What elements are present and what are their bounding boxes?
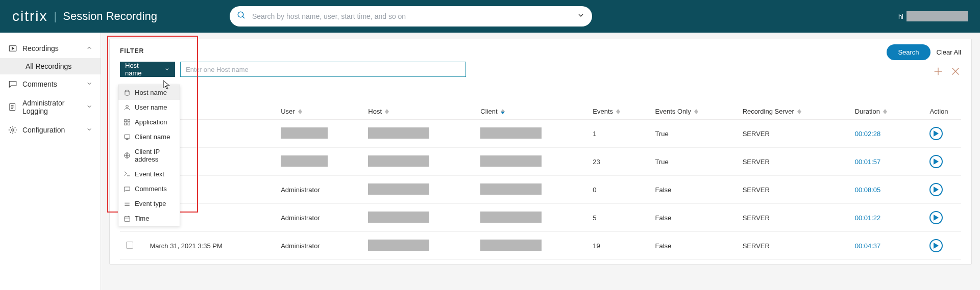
- play-button[interactable]: [929, 155, 943, 168]
- duration-link[interactable]: 00:04:37: [855, 242, 881, 250]
- dropdown-item-host-name[interactable]: Host name: [118, 85, 180, 100]
- citrix-logo: citrix: [12, 8, 48, 24]
- play-button[interactable]: [929, 211, 943, 224]
- svg-rect-35: [128, 119, 130, 121]
- col-user[interactable]: User: [275, 103, 362, 120]
- dropdown-item-time[interactable]: Time: [118, 211, 180, 226]
- chevron-down-icon[interactable]: [577, 11, 585, 21]
- dropdown-item-event-text[interactable]: Event text: [118, 167, 180, 181]
- global-search[interactable]: [230, 6, 592, 27]
- user-name-icon: [124, 104, 131, 111]
- play-button[interactable]: [929, 239, 943, 252]
- col-host[interactable]: Host: [362, 103, 474, 120]
- svg-point-0: [238, 12, 243, 17]
- dropdown-item-user-name[interactable]: User name: [118, 100, 180, 115]
- filter-panel: FILTER Host name Search Clear All: [109, 39, 972, 265]
- dropdown-item-event-type[interactable]: Event type: [118, 196, 180, 211]
- table-row[interactable]: MAdministrator0FalseSERVER00:08:05: [120, 176, 961, 204]
- filter-actions: Search Clear All: [887, 44, 961, 60]
- duration-link[interactable]: 00:02:28: [855, 130, 881, 138]
- redacted: [368, 240, 429, 251]
- svg-point-8: [12, 129, 14, 131]
- svg-rect-36: [125, 123, 127, 125]
- sidebar-item-comments[interactable]: Comments: [0, 74, 101, 94]
- table-row[interactable]: 23TrueSERVER00:01:57: [120, 148, 961, 176]
- sidebar-item-label: Administrator Logging: [22, 99, 81, 115]
- duration-link[interactable]: 00:01:22: [855, 214, 881, 222]
- redacted: [368, 127, 429, 139]
- admin-logging-icon: [8, 102, 17, 112]
- filter-title: FILTER: [120, 47, 961, 55]
- greeting-text: hi: [898, 13, 903, 20]
- filter-field-select[interactable]: Host name: [120, 62, 175, 77]
- row-checkbox[interactable]: [126, 242, 133, 249]
- filter-dropdown: Host nameUser nameApplicationClient name…: [118, 85, 180, 226]
- filter-selected-label: Host name: [125, 62, 155, 77]
- gear-icon: [8, 125, 17, 135]
- logo-divider: |: [54, 10, 57, 23]
- svg-rect-37: [128, 123, 130, 125]
- search-button[interactable]: Search: [887, 44, 930, 60]
- search-input[interactable]: [252, 12, 571, 20]
- dropdown-item-comments[interactable]: Comments: [118, 181, 180, 196]
- sidebar-item-label: Comments: [22, 80, 57, 88]
- duration-link[interactable]: 00:01:57: [855, 158, 881, 166]
- col-events[interactable]: Events: [586, 103, 649, 120]
- client-ip-address-icon: [124, 152, 131, 159]
- sidebar-item-label: Configuration: [22, 126, 65, 134]
- svg-marker-31: [934, 243, 939, 249]
- sidebar-item-all-recordings[interactable]: All Recordings: [0, 58, 101, 74]
- clear-all-button[interactable]: Clear All: [937, 48, 961, 56]
- col-events-only[interactable]: Events Only: [649, 103, 737, 120]
- svg-marker-16: [385, 112, 389, 114]
- svg-marker-22: [694, 112, 698, 114]
- redacted: [480, 240, 542, 251]
- close-filter-button[interactable]: [950, 66, 961, 77]
- col-action: Action: [923, 103, 961, 120]
- redacted: [480, 212, 542, 223]
- dropdown-item-client-name[interactable]: Client name: [118, 129, 180, 144]
- redacted: [281, 155, 328, 167]
- sidebar-item-configuration[interactable]: Configuration: [0, 120, 101, 140]
- play-button[interactable]: [929, 183, 943, 196]
- svg-marker-20: [616, 112, 620, 114]
- redacted: [480, 183, 542, 195]
- svg-point-33: [126, 105, 129, 108]
- sidebar-item-admin-logging[interactable]: Administrator Logging: [0, 94, 101, 120]
- table-row[interactable]: 1TrueSERVER00:02:28: [120, 120, 961, 148]
- time-icon: [124, 215, 131, 222]
- svg-rect-46: [125, 216, 130, 221]
- table-row[interactable]: March 31, 2021 3:35 PMAdministrator19Fal…: [120, 232, 961, 260]
- dropdown-item-client-ip-address[interactable]: Client IP address: [118, 144, 180, 167]
- duration-link[interactable]: 00:08:05: [855, 186, 881, 194]
- logo-section: citrix | Session Recording: [12, 8, 157, 24]
- chevron-down-icon: [86, 103, 92, 111]
- redacted: [368, 155, 429, 167]
- host-name-icon: [124, 89, 131, 96]
- chevron-down-icon: [86, 126, 92, 134]
- app-header: citrix | Session Recording hi: [0, 0, 980, 33]
- col-recording-server[interactable]: Recording Server: [737, 103, 849, 120]
- svg-point-32: [125, 90, 129, 92]
- chevron-up-icon: [86, 44, 92, 52]
- redacted: [281, 127, 328, 139]
- play-button[interactable]: [929, 127, 943, 140]
- comments-icon: [124, 186, 131, 193]
- redacted: [480, 155, 542, 167]
- col-duration[interactable]: Duration: [849, 103, 924, 120]
- add-filter-button[interactable]: [933, 66, 944, 77]
- col-client[interactable]: Client: [474, 103, 586, 120]
- sidebar-item-recordings[interactable]: Recordings: [0, 39, 101, 58]
- event-text-icon: [124, 171, 131, 178]
- user-info: hi: [898, 11, 968, 21]
- filter-value-input[interactable]: [180, 62, 466, 77]
- svg-rect-38: [125, 135, 130, 138]
- svg-marker-29: [934, 187, 939, 193]
- chevron-down-icon: [86, 80, 92, 88]
- redacted: [480, 127, 542, 139]
- table-row[interactable]: MAdministrator5FalseSERVER00:01:22: [120, 204, 961, 232]
- svg-marker-24: [797, 112, 801, 114]
- dropdown-item-application[interactable]: Application: [118, 115, 180, 129]
- client-name-icon: [124, 134, 131, 141]
- sidebar-item-label: Recordings: [22, 44, 59, 52]
